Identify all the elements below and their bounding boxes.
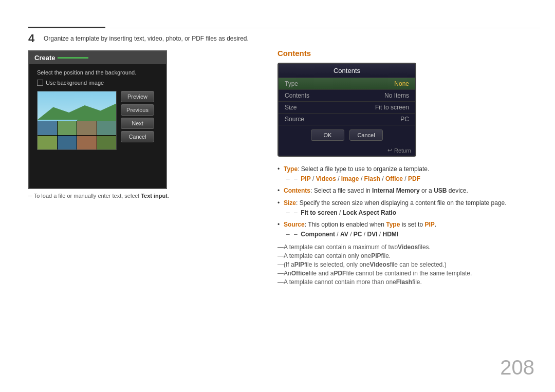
create-note: ─ To load a file or manually enter text,… — [28, 193, 169, 199]
info-item-contents: Contents: Select a file saved in Interna… — [278, 186, 529, 196]
cancel-button[interactable]: Cancel — [121, 131, 154, 142]
size-sub: – Fit to screen / Lock Aspect Ratio — [284, 208, 529, 218]
return-icon: ↩ — [387, 147, 392, 154]
ok-button[interactable]: OK — [311, 129, 344, 141]
dash-notes: A template can contain a maximum of two … — [278, 244, 529, 286]
create-buttons-col: Preview Previous Next Cancel — [121, 91, 154, 150]
checkbox-row[interactable]: Use background image — [37, 80, 158, 86]
dialog-row-contents: Contents No Items — [279, 90, 415, 102]
dash-note-4: An Office file and a PDF file cannot be … — [278, 270, 529, 277]
dash-note-1: A template can contain a maximum of two … — [278, 244, 529, 251]
image-grid — [38, 121, 116, 150]
step-description: Organize a template by inserting text, v… — [44, 35, 249, 42]
previous-button[interactable]: Previous — [121, 104, 154, 116]
text-input-link[interactable]: Text input — [141, 193, 168, 199]
contents-value: No Items — [384, 92, 409, 99]
source-label: Source — [285, 116, 304, 123]
info-item-type: Type: Select a file type to use to organ… — [278, 164, 529, 184]
type-sub: – PIP / Videos / Image / Flash / Office … — [284, 174, 529, 184]
image-cell-8 — [97, 136, 117, 150]
dash-note-2: A template can contain only one PIP file… — [278, 252, 529, 259]
dialog-footer: ↩ Return — [279, 145, 415, 156]
type-bold: Type: Select a file type to use to organ… — [284, 165, 429, 173]
dialog-buttons: OK Cancel — [279, 125, 415, 145]
image-preview — [37, 91, 117, 150]
info-list: Type: Select a file type to use to organ… — [278, 164, 529, 239]
create-content-area: Preview Previous Next Cancel — [37, 91, 158, 150]
checkbox-label: Use background image — [46, 80, 104, 86]
source-value: PC — [400, 116, 409, 123]
dash-note-5: A template cannot contain more than one … — [278, 278, 529, 286]
type-label: Type — [285, 80, 298, 87]
image-cell-1 — [38, 121, 57, 135]
dialog-cancel-button[interactable]: Cancel — [349, 129, 383, 141]
image-cell-4 — [97, 121, 117, 135]
create-header: Create — [29, 51, 166, 64]
top-border-left — [28, 27, 105, 28]
contents-dialog: Contents Type None Contents No Items Siz… — [278, 63, 416, 157]
dialog-row-size: Size Fit to screen — [279, 102, 415, 114]
dialog-title-bar: Contents — [279, 64, 415, 78]
create-body: Select the position and the background. … — [29, 64, 166, 155]
dash-note-3: (If a PIP file is selected, only one Vid… — [278, 261, 529, 268]
size-value: Fit to screen — [375, 104, 409, 111]
image-cell-7 — [77, 136, 97, 150]
preview-top-button[interactable]: Preview — [121, 91, 154, 102]
background-image-checkbox[interactable] — [37, 80, 43, 86]
image-cell-6 — [58, 136, 77, 150]
image-cell-5 — [38, 136, 57, 150]
size-label: Size — [285, 104, 297, 111]
step-number: 4 — [28, 32, 34, 45]
info-item-size: Size: Specify the screen size when displ… — [278, 198, 529, 218]
image-cell-3 — [77, 121, 97, 135]
source-sub: – Component / AV / PC / DVI / HDMI — [284, 230, 529, 239]
create-header-bar — [58, 57, 88, 59]
info-item-source: Source: This option is enabled when Type… — [278, 220, 529, 239]
create-panel: Create Select the position and the backg… — [28, 50, 167, 189]
page-number: 208 — [500, 356, 534, 379]
dialog-row-source: Source PC — [279, 114, 415, 125]
create-title: Create — [34, 54, 55, 62]
image-cell-2 — [58, 121, 77, 135]
contents-label: Contents — [285, 92, 309, 99]
create-subtitle: Select the position and the background. — [37, 69, 158, 76]
contents-section: Contents Contents Type None Contents No … — [278, 49, 529, 287]
top-border-right — [110, 28, 540, 28]
return-label: Return — [394, 147, 411, 154]
dialog-row-type: Type None — [279, 78, 415, 90]
type-value: None — [394, 80, 409, 87]
next-button[interactable]: Next — [121, 118, 154, 129]
contents-section-title: Contents — [278, 49, 529, 58]
